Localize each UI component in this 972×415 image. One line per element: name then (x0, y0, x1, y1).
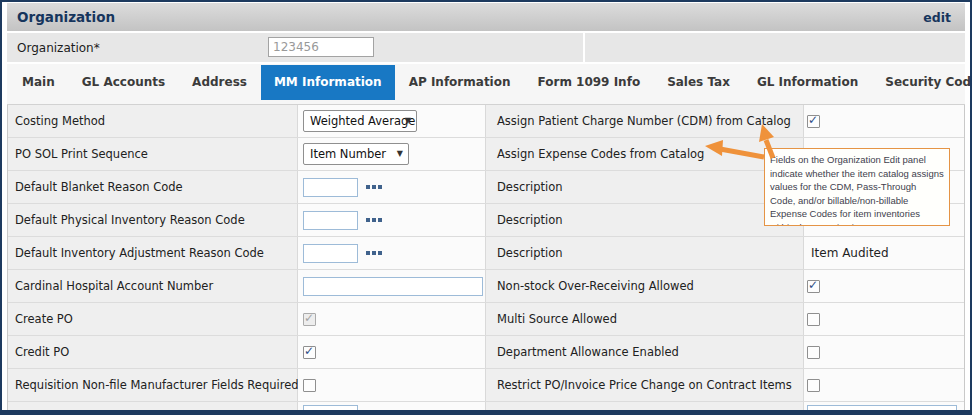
row-default-inventory-adjustment-reason-code: Default Inventory Adjustment Reason Code… (8, 237, 964, 270)
row-partial-clipped (8, 402, 964, 411)
tab-address[interactable]: Address (179, 65, 260, 100)
requisition-non-file-checkbox[interactable] (303, 379, 316, 392)
assign-cdm-checkbox[interactable] (807, 115, 820, 128)
annotation-callout: Fields on the Organization Edit panel in… (764, 148, 950, 226)
create-po-label: Create PO (15, 312, 73, 326)
assign-expense-codes-label: Assign Expense Codes from Catalog (497, 147, 704, 161)
tab-ap-information[interactable]: AP Information (396, 65, 524, 100)
costing-method-label: Costing Method (15, 114, 105, 128)
chevron-down-icon: ▼ (397, 144, 403, 164)
row-costing-method: Costing Method Weighted Average▼ Assign … (8, 105, 964, 138)
default-physical-inventory-reason-code-input[interactable] (303, 211, 358, 230)
tab-gl-information[interactable]: GL Information (744, 65, 871, 100)
tab-bar: Main GL Accounts Address MM Information … (7, 64, 965, 105)
organization-input[interactable] (268, 37, 374, 57)
row-create-po: Create PO Multi Source Allowed (8, 303, 964, 336)
default-inventory-adjustment-reason-code-input[interactable] (303, 244, 358, 263)
restrict-po-invoice-label: Restrict PO/Invoice Price Change on Cont… (497, 378, 792, 392)
description-label: Description (497, 180, 563, 194)
description-label: Description (497, 246, 563, 260)
page-title: Organization (17, 9, 115, 25)
edit-link[interactable]: edit (923, 10, 951, 25)
tab-mm-information[interactable]: MM Information (261, 65, 395, 100)
clipped-input[interactable] (303, 405, 358, 411)
lookup-ellipsis-button[interactable] (366, 218, 382, 222)
row-cardinal-hospital-account-number: Cardinal Hospital Account Number Non-sto… (8, 270, 964, 303)
requisition-non-file-label: Requisition Non-file Manufacturer Fields… (15, 378, 299, 392)
cell-divider (583, 33, 585, 62)
organization-field-row: Organization* (7, 33, 965, 62)
cardinal-hospital-account-number-input[interactable] (303, 277, 483, 296)
credit-po-label: Credit PO (15, 345, 69, 359)
create-po-checkbox (303, 313, 316, 326)
item-audited-text: Item Audited (807, 246, 889, 260)
multi-source-allowed-label: Multi Source Allowed (497, 312, 617, 326)
tab-security-codes[interactable]: Security Codes (872, 65, 972, 100)
organization-window: Organization edit Organization* Main GL … (0, 0, 972, 415)
tab-form-1099-info[interactable]: Form 1099 Info (525, 65, 654, 100)
organization-label: Organization* (17, 41, 100, 55)
lookup-ellipsis-button[interactable] (366, 185, 382, 189)
default-blanket-reason-code-input[interactable] (303, 178, 358, 197)
cardinal-hospital-account-number-label: Cardinal Hospital Account Number (15, 279, 213, 293)
po-sol-print-sequence-label: PO SOL Print Sequence (15, 147, 148, 161)
default-physical-inventory-reason-code-label: Default Physical Inventory Reason Code (15, 213, 245, 227)
credit-po-checkbox[interactable] (303, 346, 316, 359)
chevron-down-icon: ▼ (405, 111, 411, 131)
default-inventory-adjustment-reason-code-label: Default Inventory Adjustment Reason Code (15, 246, 264, 260)
clipped-input[interactable] (807, 405, 957, 411)
restrict-po-invoice-checkbox[interactable] (807, 379, 820, 392)
non-stock-over-receiving-label: Non-stock Over-Receiving Allowed (497, 279, 694, 293)
multi-source-allowed-checkbox[interactable] (807, 313, 820, 326)
default-blanket-reason-code-label: Default Blanket Reason Code (15, 180, 183, 194)
assign-cdm-label: Assign Patient Charge Number (CDM) from … (497, 114, 791, 128)
costing-method-select[interactable]: Weighted Average▼ (303, 110, 417, 132)
title-bar: Organization edit (7, 3, 965, 31)
row-credit-po: Credit PO Department Allowance Enabled (8, 336, 964, 369)
tab-main[interactable]: Main (9, 65, 68, 100)
description-label: Description (497, 213, 563, 227)
tab-gl-accounts[interactable]: GL Accounts (69, 65, 178, 100)
department-allowance-enabled-label: Department Allowance Enabled (497, 345, 679, 359)
row-requisition-non-file: Requisition Non-file Manufacturer Fields… (8, 369, 964, 402)
non-stock-over-receiving-checkbox[interactable] (807, 280, 820, 293)
lookup-ellipsis-button[interactable] (366, 251, 382, 255)
department-allowance-enabled-checkbox[interactable] (807, 346, 820, 359)
tab-sales-tax[interactable]: Sales Tax (654, 65, 743, 100)
po-sol-print-sequence-select[interactable]: Item Number▼ (303, 143, 409, 165)
